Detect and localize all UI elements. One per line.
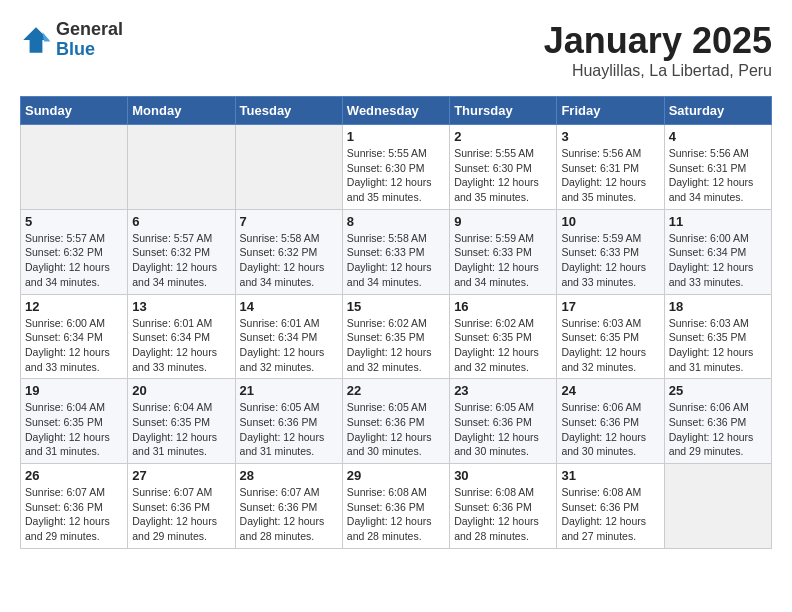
day-number: 2 xyxy=(454,129,552,144)
weekday-header-sunday: Sunday xyxy=(21,97,128,125)
day-number: 4 xyxy=(669,129,767,144)
day-number: 25 xyxy=(669,383,767,398)
title-block: January 2025 Huaylillas, La Libertad, Pe… xyxy=(544,20,772,80)
day-number: 20 xyxy=(132,383,230,398)
calendar-cell: 8Sunrise: 5:58 AM Sunset: 6:33 PM Daylig… xyxy=(342,209,449,294)
day-info: Sunrise: 6:06 AM Sunset: 6:36 PM Dayligh… xyxy=(669,400,767,459)
day-info: Sunrise: 6:07 AM Sunset: 6:36 PM Dayligh… xyxy=(132,485,230,544)
calendar-table: SundayMondayTuesdayWednesdayThursdayFrid… xyxy=(20,96,772,549)
calendar-cell: 2Sunrise: 5:55 AM Sunset: 6:30 PM Daylig… xyxy=(450,125,557,210)
day-info: Sunrise: 6:00 AM Sunset: 6:34 PM Dayligh… xyxy=(25,316,123,375)
day-number: 22 xyxy=(347,383,445,398)
day-number: 10 xyxy=(561,214,659,229)
calendar-cell: 21Sunrise: 6:05 AM Sunset: 6:36 PM Dayli… xyxy=(235,379,342,464)
calendar-cell: 14Sunrise: 6:01 AM Sunset: 6:34 PM Dayli… xyxy=(235,294,342,379)
day-number: 12 xyxy=(25,299,123,314)
calendar-cell: 3Sunrise: 5:56 AM Sunset: 6:31 PM Daylig… xyxy=(557,125,664,210)
day-info: Sunrise: 5:57 AM Sunset: 6:32 PM Dayligh… xyxy=(25,231,123,290)
day-number: 11 xyxy=(669,214,767,229)
calendar-cell: 23Sunrise: 6:05 AM Sunset: 6:36 PM Dayli… xyxy=(450,379,557,464)
calendar-cell xyxy=(128,125,235,210)
location-subtitle: Huaylillas, La Libertad, Peru xyxy=(544,62,772,80)
day-number: 31 xyxy=(561,468,659,483)
day-number: 7 xyxy=(240,214,338,229)
day-number: 17 xyxy=(561,299,659,314)
calendar-cell: 22Sunrise: 6:05 AM Sunset: 6:36 PM Dayli… xyxy=(342,379,449,464)
day-info: Sunrise: 6:08 AM Sunset: 6:36 PM Dayligh… xyxy=(454,485,552,544)
day-number: 24 xyxy=(561,383,659,398)
day-info: Sunrise: 5:56 AM Sunset: 6:31 PM Dayligh… xyxy=(561,146,659,205)
logo: General Blue xyxy=(20,20,123,60)
calendar-cell: 12Sunrise: 6:00 AM Sunset: 6:34 PM Dayli… xyxy=(21,294,128,379)
day-number: 30 xyxy=(454,468,552,483)
day-number: 18 xyxy=(669,299,767,314)
weekday-header-wednesday: Wednesday xyxy=(342,97,449,125)
calendar-cell: 10Sunrise: 5:59 AM Sunset: 6:33 PM Dayli… xyxy=(557,209,664,294)
calendar-cell: 24Sunrise: 6:06 AM Sunset: 6:36 PM Dayli… xyxy=(557,379,664,464)
day-number: 15 xyxy=(347,299,445,314)
calendar-cell: 15Sunrise: 6:02 AM Sunset: 6:35 PM Dayli… xyxy=(342,294,449,379)
calendar-week-3: 12Sunrise: 6:00 AM Sunset: 6:34 PM Dayli… xyxy=(21,294,772,379)
day-info: Sunrise: 6:05 AM Sunset: 6:36 PM Dayligh… xyxy=(240,400,338,459)
day-number: 26 xyxy=(25,468,123,483)
svg-marker-1 xyxy=(42,32,50,42)
calendar-body: 1Sunrise: 5:55 AM Sunset: 6:30 PM Daylig… xyxy=(21,125,772,549)
day-number: 13 xyxy=(132,299,230,314)
calendar-cell: 19Sunrise: 6:04 AM Sunset: 6:35 PM Dayli… xyxy=(21,379,128,464)
day-info: Sunrise: 6:06 AM Sunset: 6:36 PM Dayligh… xyxy=(561,400,659,459)
calendar-cell: 7Sunrise: 5:58 AM Sunset: 6:32 PM Daylig… xyxy=(235,209,342,294)
calendar-cell: 29Sunrise: 6:08 AM Sunset: 6:36 PM Dayli… xyxy=(342,464,449,549)
calendar-cell: 27Sunrise: 6:07 AM Sunset: 6:36 PM Dayli… xyxy=(128,464,235,549)
day-number: 3 xyxy=(561,129,659,144)
calendar-cell: 16Sunrise: 6:02 AM Sunset: 6:35 PM Dayli… xyxy=(450,294,557,379)
day-number: 28 xyxy=(240,468,338,483)
calendar-cell: 30Sunrise: 6:08 AM Sunset: 6:36 PM Dayli… xyxy=(450,464,557,549)
calendar-cell xyxy=(235,125,342,210)
calendar-week-4: 19Sunrise: 6:04 AM Sunset: 6:35 PM Dayli… xyxy=(21,379,772,464)
calendar-cell xyxy=(664,464,771,549)
calendar-cell xyxy=(21,125,128,210)
day-info: Sunrise: 6:01 AM Sunset: 6:34 PM Dayligh… xyxy=(240,316,338,375)
month-title: January 2025 xyxy=(544,20,772,62)
calendar-cell: 17Sunrise: 6:03 AM Sunset: 6:35 PM Dayli… xyxy=(557,294,664,379)
day-info: Sunrise: 6:02 AM Sunset: 6:35 PM Dayligh… xyxy=(347,316,445,375)
calendar-cell: 25Sunrise: 6:06 AM Sunset: 6:36 PM Dayli… xyxy=(664,379,771,464)
calendar-week-2: 5Sunrise: 5:57 AM Sunset: 6:32 PM Daylig… xyxy=(21,209,772,294)
day-number: 21 xyxy=(240,383,338,398)
day-info: Sunrise: 5:59 AM Sunset: 6:33 PM Dayligh… xyxy=(454,231,552,290)
weekday-header-friday: Friday xyxy=(557,97,664,125)
logo-blue: Blue xyxy=(56,40,123,60)
day-info: Sunrise: 6:04 AM Sunset: 6:35 PM Dayligh… xyxy=(132,400,230,459)
day-info: Sunrise: 6:08 AM Sunset: 6:36 PM Dayligh… xyxy=(561,485,659,544)
day-info: Sunrise: 5:58 AM Sunset: 6:32 PM Dayligh… xyxy=(240,231,338,290)
calendar-cell: 6Sunrise: 5:57 AM Sunset: 6:32 PM Daylig… xyxy=(128,209,235,294)
logo-general: General xyxy=(56,20,123,40)
weekday-header-monday: Monday xyxy=(128,97,235,125)
calendar-week-5: 26Sunrise: 6:07 AM Sunset: 6:36 PM Dayli… xyxy=(21,464,772,549)
page-header: General Blue January 2025 Huaylillas, La… xyxy=(20,20,772,80)
day-number: 8 xyxy=(347,214,445,229)
day-info: Sunrise: 6:05 AM Sunset: 6:36 PM Dayligh… xyxy=(347,400,445,459)
weekday-header-saturday: Saturday xyxy=(664,97,771,125)
day-info: Sunrise: 6:03 AM Sunset: 6:35 PM Dayligh… xyxy=(561,316,659,375)
calendar-cell: 11Sunrise: 6:00 AM Sunset: 6:34 PM Dayli… xyxy=(664,209,771,294)
day-info: Sunrise: 5:58 AM Sunset: 6:33 PM Dayligh… xyxy=(347,231,445,290)
day-number: 14 xyxy=(240,299,338,314)
day-number: 19 xyxy=(25,383,123,398)
calendar-cell: 9Sunrise: 5:59 AM Sunset: 6:33 PM Daylig… xyxy=(450,209,557,294)
day-info: Sunrise: 6:08 AM Sunset: 6:36 PM Dayligh… xyxy=(347,485,445,544)
day-number: 27 xyxy=(132,468,230,483)
day-info: Sunrise: 6:00 AM Sunset: 6:34 PM Dayligh… xyxy=(669,231,767,290)
calendar-cell: 31Sunrise: 6:08 AM Sunset: 6:36 PM Dayli… xyxy=(557,464,664,549)
calendar-cell: 18Sunrise: 6:03 AM Sunset: 6:35 PM Dayli… xyxy=(664,294,771,379)
day-info: Sunrise: 6:04 AM Sunset: 6:35 PM Dayligh… xyxy=(25,400,123,459)
day-info: Sunrise: 5:55 AM Sunset: 6:30 PM Dayligh… xyxy=(454,146,552,205)
logo-text: General Blue xyxy=(56,20,123,60)
calendar-cell: 5Sunrise: 5:57 AM Sunset: 6:32 PM Daylig… xyxy=(21,209,128,294)
logo-icon xyxy=(20,24,52,56)
day-info: Sunrise: 6:03 AM Sunset: 6:35 PM Dayligh… xyxy=(669,316,767,375)
day-info: Sunrise: 6:05 AM Sunset: 6:36 PM Dayligh… xyxy=(454,400,552,459)
calendar-cell: 13Sunrise: 6:01 AM Sunset: 6:34 PM Dayli… xyxy=(128,294,235,379)
day-info: Sunrise: 5:59 AM Sunset: 6:33 PM Dayligh… xyxy=(561,231,659,290)
weekday-header-tuesday: Tuesday xyxy=(235,97,342,125)
